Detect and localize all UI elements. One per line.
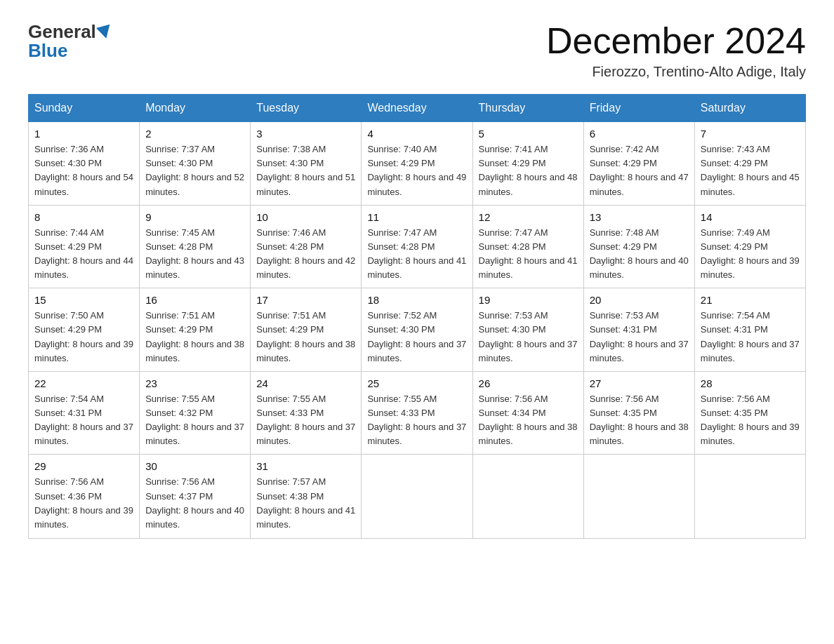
day-info: Sunrise: 7:50 AMSunset: 4:29 PMDaylight:…	[34, 310, 133, 363]
day-info: Sunrise: 7:45 AMSunset: 4:28 PMDaylight:…	[145, 227, 244, 280]
calendar-cell: 10 Sunrise: 7:46 AMSunset: 4:28 PMDaylig…	[251, 205, 362, 288]
day-info: Sunrise: 7:56 AMSunset: 4:34 PMDaylight:…	[479, 394, 578, 446]
calendar-cell: 23 Sunrise: 7:55 AMSunset: 4:32 PMDaylig…	[140, 371, 251, 455]
calendar-cell: 28 Sunrise: 7:56 AMSunset: 4:35 PMDaylig…	[694, 371, 805, 455]
page-header: General Blue December 2024 Fierozzo, Tre…	[28, 21, 806, 80]
day-number: 29	[34, 460, 133, 472]
calendar-week-3: 15 Sunrise: 7:50 AMSunset: 4:29 PMDaylig…	[29, 288, 806, 372]
calendar-cell: 26 Sunrise: 7:56 AMSunset: 4:34 PMDaylig…	[472, 371, 583, 455]
day-info: Sunrise: 7:57 AMSunset: 4:38 PMDaylight:…	[256, 476, 355, 529]
day-info: Sunrise: 7:53 AMSunset: 4:31 PMDaylight:…	[590, 310, 689, 363]
day-info: Sunrise: 7:56 AMSunset: 4:36 PMDaylight:…	[34, 476, 133, 529]
day-info: Sunrise: 7:54 AMSunset: 4:31 PMDaylight:…	[701, 310, 800, 363]
calendar-week-2: 8 Sunrise: 7:44 AMSunset: 4:29 PMDayligh…	[29, 205, 806, 288]
location-title: Fierozzo, Trentino-Alto Adige, Italy	[546, 64, 806, 80]
day-info: Sunrise: 7:56 AMSunset: 4:35 PMDaylight:…	[701, 394, 800, 446]
weekday-header-tuesday: Tuesday	[251, 95, 362, 122]
calendar-cell: 11 Sunrise: 7:47 AMSunset: 4:28 PMDaylig…	[362, 205, 472, 288]
weekday-header-row: SundayMondayTuesdayWednesdayThursdayFrid…	[29, 95, 806, 122]
weekday-header-friday: Friday	[583, 95, 694, 122]
calendar-cell	[583, 455, 694, 539]
day-number: 13	[590, 211, 689, 223]
title-block: December 2024 Fierozzo, Trentino-Alto Ad…	[546, 21, 806, 80]
day-number: 26	[479, 377, 578, 389]
calendar-cell: 31 Sunrise: 7:57 AMSunset: 4:38 PMDaylig…	[251, 455, 362, 539]
day-info: Sunrise: 7:46 AMSunset: 4:28 PMDaylight:…	[256, 227, 355, 280]
calendar-table: SundayMondayTuesdayWednesdayThursdayFrid…	[28, 94, 806, 539]
day-number: 1	[34, 128, 133, 140]
day-number: 22	[34, 377, 133, 389]
day-number: 20	[590, 294, 689, 306]
day-info: Sunrise: 7:47 AMSunset: 4:28 PMDaylight:…	[367, 227, 466, 280]
calendar-cell: 12 Sunrise: 7:47 AMSunset: 4:28 PMDaylig…	[472, 205, 583, 288]
day-number: 3	[256, 128, 355, 140]
day-number: 11	[367, 211, 466, 223]
calendar-cell: 6 Sunrise: 7:42 AMSunset: 4:29 PMDayligh…	[583, 122, 694, 206]
weekday-header-thursday: Thursday	[472, 95, 583, 122]
calendar-cell: 4 Sunrise: 7:40 AMSunset: 4:29 PMDayligh…	[362, 122, 472, 206]
logo-blue-text: Blue	[28, 40, 67, 62]
day-number: 18	[367, 294, 466, 306]
day-info: Sunrise: 7:36 AMSunset: 4:30 PMDaylight:…	[34, 144, 133, 196]
month-title: December 2024	[546, 21, 806, 61]
day-info: Sunrise: 7:55 AMSunset: 4:32 PMDaylight:…	[145, 394, 244, 446]
day-number: 27	[590, 377, 689, 389]
day-number: 5	[479, 128, 578, 140]
calendar-cell: 18 Sunrise: 7:52 AMSunset: 4:30 PMDaylig…	[362, 288, 472, 372]
calendar-cell: 8 Sunrise: 7:44 AMSunset: 4:29 PMDayligh…	[29, 205, 140, 288]
day-info: Sunrise: 7:51 AMSunset: 4:29 PMDaylight:…	[145, 310, 244, 363]
day-number: 4	[367, 128, 466, 140]
calendar-cell: 24 Sunrise: 7:55 AMSunset: 4:33 PMDaylig…	[251, 371, 362, 455]
day-number: 9	[145, 211, 244, 223]
day-info: Sunrise: 7:55 AMSunset: 4:33 PMDaylight:…	[256, 394, 355, 446]
day-info: Sunrise: 7:51 AMSunset: 4:29 PMDaylight:…	[256, 310, 355, 363]
logo: General Blue	[28, 21, 113, 62]
day-number: 15	[34, 294, 133, 306]
calendar-cell: 3 Sunrise: 7:38 AMSunset: 4:30 PMDayligh…	[251, 122, 362, 206]
day-number: 28	[701, 377, 800, 389]
calendar-cell: 25 Sunrise: 7:55 AMSunset: 4:33 PMDaylig…	[362, 371, 472, 455]
day-number: 30	[145, 460, 244, 472]
calendar-cell: 13 Sunrise: 7:48 AMSunset: 4:29 PMDaylig…	[583, 205, 694, 288]
day-number: 19	[479, 294, 578, 306]
day-info: Sunrise: 7:54 AMSunset: 4:31 PMDaylight:…	[34, 394, 133, 446]
day-info: Sunrise: 7:56 AMSunset: 4:37 PMDaylight:…	[145, 476, 244, 529]
calendar-cell: 20 Sunrise: 7:53 AMSunset: 4:31 PMDaylig…	[583, 288, 694, 372]
day-info: Sunrise: 7:48 AMSunset: 4:29 PMDaylight:…	[590, 227, 689, 280]
day-number: 6	[590, 128, 689, 140]
day-info: Sunrise: 7:37 AMSunset: 4:30 PMDaylight:…	[145, 144, 244, 196]
day-number: 10	[256, 211, 355, 223]
day-info: Sunrise: 7:49 AMSunset: 4:29 PMDaylight:…	[701, 227, 800, 280]
calendar-week-4: 22 Sunrise: 7:54 AMSunset: 4:31 PMDaylig…	[29, 371, 806, 455]
weekday-header-sunday: Sunday	[29, 95, 140, 122]
day-info: Sunrise: 7:42 AMSunset: 4:29 PMDaylight:…	[590, 144, 689, 196]
calendar-cell: 30 Sunrise: 7:56 AMSunset: 4:37 PMDaylig…	[140, 455, 251, 539]
weekday-header-wednesday: Wednesday	[362, 95, 472, 122]
calendar-cell: 7 Sunrise: 7:43 AMSunset: 4:29 PMDayligh…	[694, 122, 805, 206]
calendar-cell: 2 Sunrise: 7:37 AMSunset: 4:30 PMDayligh…	[140, 122, 251, 206]
day-info: Sunrise: 7:41 AMSunset: 4:29 PMDaylight:…	[479, 144, 578, 196]
calendar-cell: 14 Sunrise: 7:49 AMSunset: 4:29 PMDaylig…	[694, 205, 805, 288]
day-number: 16	[145, 294, 244, 306]
calendar-week-5: 29 Sunrise: 7:56 AMSunset: 4:36 PMDaylig…	[29, 455, 806, 539]
calendar-cell: 1 Sunrise: 7:36 AMSunset: 4:30 PMDayligh…	[29, 122, 140, 206]
day-number: 17	[256, 294, 355, 306]
calendar-cell	[472, 455, 583, 539]
day-number: 7	[701, 128, 800, 140]
day-info: Sunrise: 7:56 AMSunset: 4:35 PMDaylight:…	[590, 394, 689, 446]
day-info: Sunrise: 7:40 AMSunset: 4:29 PMDaylight:…	[367, 144, 466, 196]
calendar-cell	[694, 455, 805, 539]
day-number: 21	[701, 294, 800, 306]
day-number: 12	[479, 211, 578, 223]
day-info: Sunrise: 7:43 AMSunset: 4:29 PMDaylight:…	[701, 144, 800, 196]
day-info: Sunrise: 7:47 AMSunset: 4:28 PMDaylight:…	[479, 227, 578, 280]
calendar-cell	[362, 455, 472, 539]
weekday-header-monday: Monday	[140, 95, 251, 122]
day-number: 24	[256, 377, 355, 389]
day-number: 31	[256, 460, 355, 472]
calendar-cell: 16 Sunrise: 7:51 AMSunset: 4:29 PMDaylig…	[140, 288, 251, 372]
calendar-cell: 5 Sunrise: 7:41 AMSunset: 4:29 PMDayligh…	[472, 122, 583, 206]
calendar-cell: 21 Sunrise: 7:54 AMSunset: 4:31 PMDaylig…	[694, 288, 805, 372]
weekday-header-saturday: Saturday	[694, 95, 805, 122]
calendar-cell: 17 Sunrise: 7:51 AMSunset: 4:29 PMDaylig…	[251, 288, 362, 372]
